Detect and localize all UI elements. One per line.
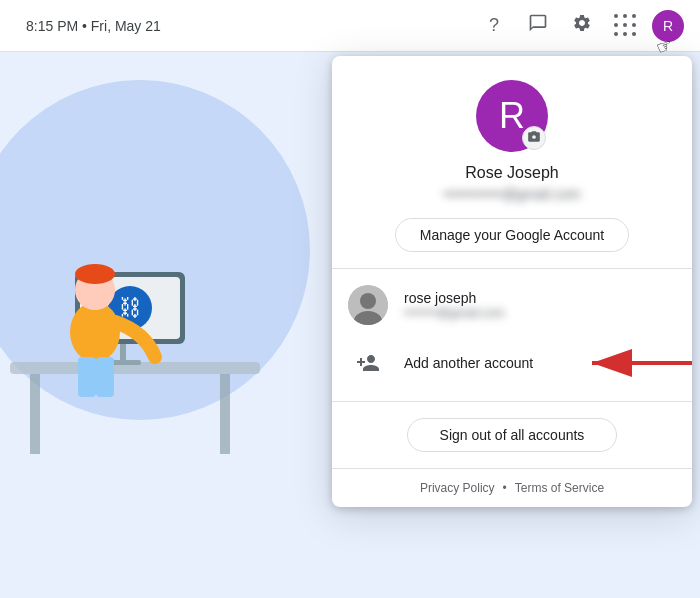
- add-person-icon: [348, 343, 388, 383]
- svg-text:⛓: ⛓: [119, 295, 141, 320]
- privacy-policy-link[interactable]: Privacy Policy: [420, 481, 495, 495]
- red-arrow: [582, 343, 692, 383]
- topbar-time: 8:15 PM • Fri, May 21: [26, 18, 161, 34]
- account-panel: R Rose Joseph ••••••••••••@gmail.com Man…: [332, 56, 692, 507]
- help-button[interactable]: ?: [476, 8, 512, 44]
- add-account-item[interactable]: Add another account: [332, 333, 692, 393]
- svg-point-15: [360, 293, 376, 309]
- panel-links: Privacy Policy • Terms of Service: [332, 469, 692, 507]
- links-separator: •: [503, 481, 507, 495]
- svg-rect-1: [30, 374, 40, 454]
- terms-of-service-link[interactable]: Terms of Service: [515, 481, 604, 495]
- account-email: ••••••••@gmail.com: [404, 306, 504, 320]
- account-item[interactable]: rose joseph ••••••••@gmail.com: [332, 277, 692, 333]
- account-list: rose joseph ••••••••@gmail.com Add anoth…: [332, 269, 692, 402]
- desk-illustration: ⛓: [0, 52, 280, 598]
- account-info: rose joseph ••••••••@gmail.com: [404, 290, 504, 320]
- chat-icon: [528, 13, 548, 38]
- manage-account-button[interactable]: Manage your Google Account: [395, 218, 629, 252]
- settings-icon: [572, 13, 592, 38]
- user-email: ••••••••••••@gmail.com: [444, 186, 581, 202]
- avatar-initial: R: [663, 18, 673, 34]
- topbar: 8:15 PM • Fri, May 21 ?: [0, 0, 700, 52]
- signout-button[interactable]: Sign out of all accounts: [407, 418, 618, 452]
- help-icon: ?: [489, 15, 499, 36]
- user-name: Rose Joseph: [465, 164, 558, 182]
- topbar-left: 8:15 PM • Fri, May 21: [16, 18, 476, 34]
- svg-rect-13: [96, 357, 114, 397]
- avatar-large-wrapper: R: [476, 80, 548, 152]
- panel-footer: Sign out of all accounts: [332, 402, 692, 469]
- avatar-large-initial: R: [499, 95, 525, 137]
- panel-header: R Rose Joseph ••••••••••••@gmail.com Man…: [332, 56, 692, 269]
- add-account-label: Add another account: [404, 355, 533, 371]
- account-avatar-small: [348, 285, 388, 325]
- apps-button[interactable]: [608, 8, 644, 44]
- change-photo-button[interactable]: [522, 126, 546, 150]
- camera-icon: [527, 130, 541, 147]
- svg-rect-2: [220, 374, 230, 454]
- chat-button[interactable]: [520, 8, 556, 44]
- svg-point-9: [70, 302, 120, 362]
- account-name: rose joseph: [404, 290, 504, 306]
- svg-rect-12: [78, 357, 96, 397]
- svg-point-11: [75, 264, 115, 284]
- settings-button[interactable]: [564, 8, 600, 44]
- apps-icon: [614, 14, 638, 38]
